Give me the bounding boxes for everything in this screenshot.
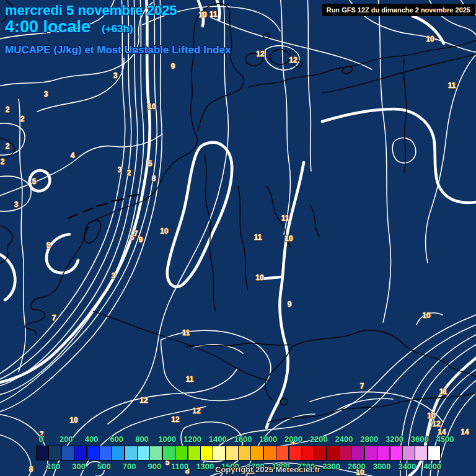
sea-background [0, 0, 476, 476]
weather-map [0, 0, 476, 476]
model-run-info: Run GFS 12Z du dimanche 2 novembre 2025 [322, 4, 475, 16]
copyright-text: Copyright 2025 Meteociel.fr [215, 465, 320, 474]
weather-map-screenshot: 1011121210119103322225343258769531011111… [0, 0, 476, 476]
